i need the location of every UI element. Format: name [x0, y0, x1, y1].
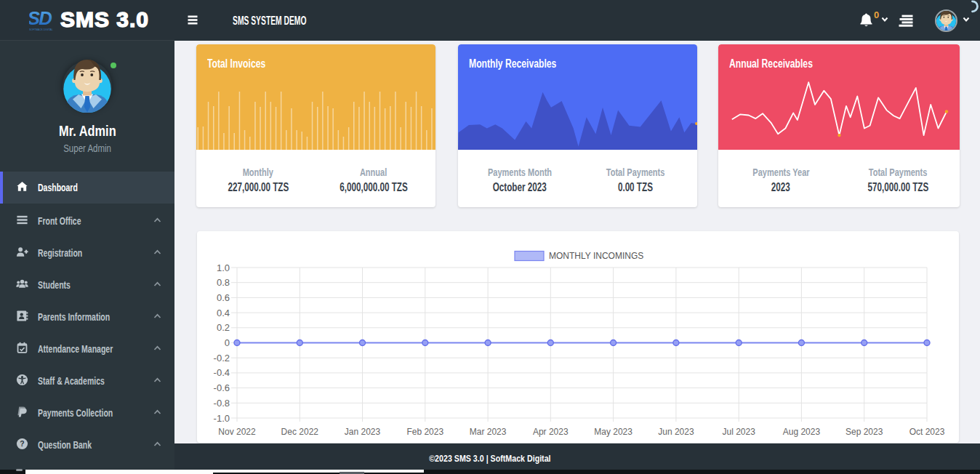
svg-text:Apr 2023: Apr 2023	[533, 427, 569, 437]
svg-text:0: 0	[225, 337, 230, 348]
svg-text:-0.2: -0.2	[214, 353, 230, 363]
svg-text:Jul 2023: Jul 2023	[723, 427, 756, 437]
svg-text:Jun 2023: Jun 2023	[658, 427, 694, 437]
svg-text:MONTHLY INCOMINGS: MONTHLY INCOMINGS	[549, 251, 643, 261]
svg-text:-1.0: -1.0	[214, 413, 230, 424]
svg-text:Oct 2023: Oct 2023	[909, 427, 945, 437]
svg-text:0.4: 0.4	[217, 308, 230, 318]
svg-text:Nov 2022: Nov 2022	[218, 427, 256, 437]
svg-text:-0.8: -0.8	[214, 398, 230, 409]
svg-text:0.8: 0.8	[217, 277, 230, 288]
svg-text:SD: SD	[29, 10, 52, 28]
svg-text:?: ?	[20, 440, 24, 448]
svg-text:Sep 2023: Sep 2023	[846, 427, 883, 437]
svg-text:-0.6: -0.6	[214, 382, 230, 393]
svg-text:May 2023: May 2023	[594, 427, 632, 437]
svg-text:Feb 2023: Feb 2023	[406, 427, 443, 437]
svg-text:1.0: 1.0	[217, 262, 230, 273]
svg-text:-0.4: -0.4	[214, 367, 230, 378]
svg-text:Aug 2023: Aug 2023	[783, 427, 821, 437]
svg-text:Mar 2023: Mar 2023	[470, 427, 507, 437]
svg-text:0.2: 0.2	[217, 322, 230, 333]
svg-text:Dec 2022: Dec 2022	[281, 427, 319, 437]
svg-text:0.6: 0.6	[217, 292, 230, 303]
svg-text:Jan 2023: Jan 2023	[345, 427, 381, 437]
svg-text:SOFTMACK DIGITAL: SOFTMACK DIGITAL	[29, 28, 53, 31]
